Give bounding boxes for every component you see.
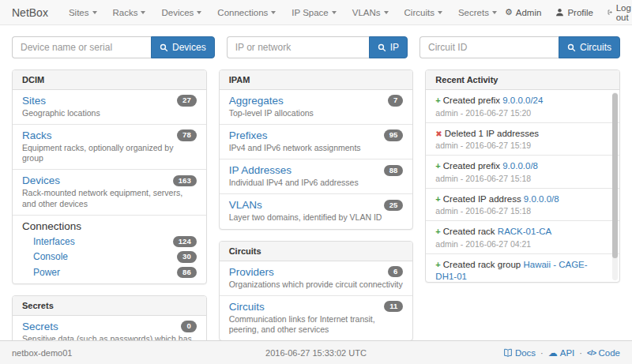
activity-object-link[interactable]: 9.0.0.0/8 (524, 194, 559, 204)
search-icon (378, 43, 386, 52)
panel-item-link[interactable]: VLANs (229, 199, 262, 211)
panel-item: Racks 78 Equipment racks, optionally org… (13, 124, 206, 169)
panel-recent-activity: Recent Activity Created prefix 9.0.0.0/2… (425, 69, 620, 283)
circuit-search-button-label: Circuits (580, 42, 611, 53)
connection-row: Console 30 (22, 251, 197, 262)
api-link[interactable]: ☁ API (548, 348, 575, 358)
activity-scrollbar[interactable] (612, 92, 618, 280)
panel-ipam: IPAM Aggregates 7 Top-level IP allocatio… (219, 69, 414, 230)
scrollbar-thumb[interactable] (612, 93, 618, 258)
code-link[interactable]: </> Code (587, 348, 620, 358)
brand-logo[interactable]: NetBox (12, 6, 48, 19)
activity-object-link[interactable]: 9.0.0.0/8 (502, 161, 538, 171)
panel-item: IP Addresses 88 Individual IPv4 and IPv6… (220, 159, 413, 193)
ip-search-group: IP (227, 36, 408, 58)
panel-item: VLANs 25 Layer two domains, identified b… (220, 193, 413, 228)
caret-down-icon (92, 11, 97, 14)
panel-dcim: DCIM Sites 27 Geographic locations Racks… (12, 69, 207, 284)
count-badge: 86 (177, 267, 197, 278)
panel-item-description: Layer two domains, identified by VLAN ID (229, 212, 404, 223)
activity-action: Created prefix (443, 96, 500, 105)
gear-icon: ⚙ (505, 8, 513, 17)
activity-item: Created rack group Hawaii - CAGE-DH1-01 … (426, 253, 619, 282)
panel-item-description: Geographic locations (22, 108, 197, 118)
panel-item-link[interactable]: IP Addresses (229, 164, 292, 176)
count-badge: 11 (384, 301, 403, 312)
activity-action: Deleted 1 IP addresses (445, 129, 539, 138)
plus-icon (435, 227, 440, 236)
ip-search-input[interactable] (227, 36, 369, 58)
panel-item-description: Organizations which provide circuit conn… (229, 280, 404, 290)
panel-item-link[interactable]: Providers (229, 266, 274, 278)
count-badge: 30 (177, 251, 197, 262)
nav-menu[interactable]: Circuits (397, 0, 450, 24)
logout-link[interactable]: Log out (608, 3, 632, 22)
search-icon (160, 43, 168, 52)
activity-action: Created IP address (443, 194, 521, 204)
activity-action: Created rack (443, 227, 495, 236)
admin-link[interactable]: ⚙ Admin (505, 8, 541, 17)
panel-item-link[interactable]: Sites (22, 95, 46, 107)
footer-separator: · (540, 348, 544, 358)
nav-menu[interactable]: Devices (153, 0, 209, 24)
count-badge: 88 (384, 165, 404, 176)
activity-object-link[interactable]: 9.0.0.0/24 (502, 96, 543, 105)
count-badge: 0 (181, 321, 196, 332)
count-badge: 124 (173, 236, 197, 247)
connection-link[interactable]: Interfaces (33, 236, 75, 247)
device-search-button[interactable]: Devices (151, 36, 215, 58)
caret-down-icon (384, 11, 389, 14)
activity-item: Created rack RACK-01-CA admin - 2016-06-… (426, 220, 619, 253)
ip-search-button-label: IP (390, 42, 399, 53)
connection-link[interactable]: Console (33, 251, 68, 262)
panel-item: Devices 163 Rack-mounted network equipme… (13, 169, 206, 214)
connection-row: Interfaces 124 (22, 236, 197, 247)
logout-label: Log out (616, 3, 632, 22)
panel-item-description: IPv4 and IPv6 network assignments (229, 143, 404, 153)
panel-dcim-title: DCIM (13, 70, 206, 90)
nav-menu[interactable]: Racks (105, 0, 154, 24)
activity-item: Created prefix 9.0.0.0/24 admin - 2016-0… (426, 90, 619, 122)
panel-item-link[interactable]: Aggregates (229, 95, 284, 107)
panel-item-link[interactable]: Circuits (229, 301, 265, 313)
column-dcim: DCIM Sites 27 Geographic locations Racks… (12, 69, 207, 364)
activity-item: Created prefix 9.0.0.0/8 admin - 2016-06… (426, 155, 619, 188)
activity-meta: admin - 2016-06-27 15:18 (435, 174, 607, 183)
caret-down-icon (332, 11, 337, 14)
circuit-search-button[interactable]: Circuits (559, 36, 620, 58)
circuit-search-input[interactable] (419, 36, 559, 58)
plus-icon (435, 260, 440, 269)
activity-meta: admin - 2016-06-27 15:20 (435, 108, 607, 118)
connections-section: Connections Interfaces 124 Console 30 (13, 215, 206, 283)
book-icon (503, 348, 513, 358)
panel-item-link[interactable]: Devices (22, 174, 60, 186)
device-search-input[interactable] (12, 36, 151, 58)
plus-icon (435, 96, 440, 105)
nav-menu[interactable]: VLANs (344, 0, 397, 24)
activity-action: Created rack group (443, 260, 521, 269)
panel-item-link[interactable]: Secrets (22, 321, 58, 332)
activity-item: Created IP address 9.0.0.0/8 admin - 201… (426, 188, 619, 221)
activity-meta: admin - 2016-06-27 15:18 (435, 206, 607, 216)
count-badge: 95 (384, 129, 404, 141)
code-icon: </> (587, 349, 596, 357)
nav-menu[interactable]: Secrets (450, 0, 505, 24)
profile-link[interactable]: Profile (555, 8, 593, 17)
panel-ipam-title: IPAM (220, 70, 413, 90)
activity-meta: admin - 2016-06-27 15:19 (435, 141, 607, 150)
nav-menu[interactable]: Connections (209, 0, 284, 24)
count-badge: 27 (177, 95, 197, 106)
ip-search-button[interactable]: IP (369, 36, 408, 58)
search-row: Devices IP Circuits (12, 36, 620, 58)
nav-menu[interactable]: Sites (61, 0, 105, 24)
panel-item-link[interactable]: Prefixes (229, 129, 268, 141)
caret-down-icon (438, 11, 442, 14)
column-activity: Recent Activity Created prefix 9.0.0.0/2… (425, 69, 620, 294)
panel-item: Prefixes 95 IPv4 and IPv6 network assign… (220, 124, 413, 159)
activity-object-link[interactable]: RACK-01-CA (498, 227, 551, 236)
nav-menu[interactable]: IP Space (284, 0, 344, 24)
docs-link[interactable]: Docs (503, 348, 536, 358)
panel-item-link[interactable]: Racks (22, 129, 52, 141)
activity-list: Created prefix 9.0.0.0/24 admin - 2016-0… (426, 90, 619, 282)
connection-link[interactable]: Power (33, 267, 60, 278)
